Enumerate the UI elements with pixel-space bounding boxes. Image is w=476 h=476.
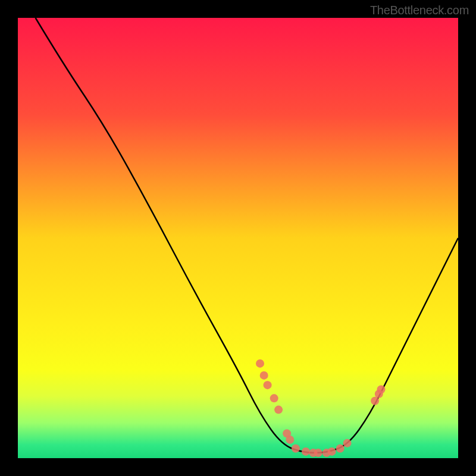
data-point — [336, 444, 345, 453]
data-point — [260, 371, 268, 380]
data-point — [343, 439, 352, 447]
gradient-background — [18, 18, 458, 458]
data-point — [377, 386, 386, 394]
data-point — [264, 381, 272, 389]
chart-plot — [0, 0, 476, 476]
data-point — [314, 449, 322, 457]
data-point — [274, 406, 283, 414]
attribution-label: TheBottleneck.com — [370, 4, 469, 17]
data-point — [256, 359, 264, 368]
data-point — [328, 447, 336, 456]
data-point — [270, 394, 278, 402]
data-point — [302, 447, 310, 456]
data-point — [286, 436, 294, 444]
bottleneck-chart: TheBottleneck.com — [0, 0, 476, 476]
data-point — [371, 397, 379, 405]
data-point — [292, 444, 300, 453]
